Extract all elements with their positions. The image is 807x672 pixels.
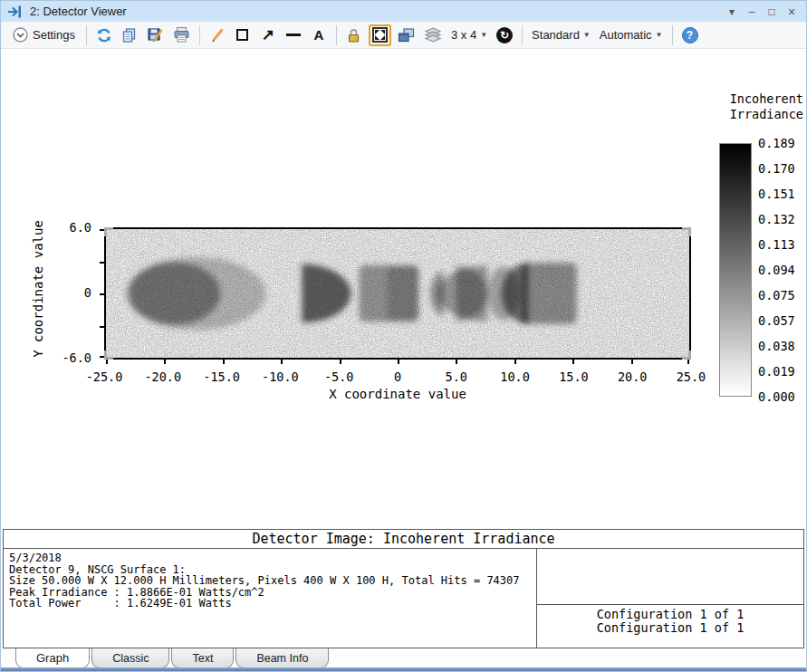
separator	[336, 25, 337, 45]
frame-corner	[104, 350, 113, 360]
detector-info-text: 5/3/2018Detector 9, NSCG Surface 1:Size …	[4, 549, 536, 648]
arrow-tool-button[interactable]: ↗	[257, 24, 279, 46]
pencil-icon	[209, 27, 226, 43]
separator	[199, 25, 200, 45]
x-tick-mark	[398, 360, 399, 364]
rectangle-tool-button[interactable]	[232, 24, 254, 46]
x-tick-label: -15.0	[193, 370, 251, 384]
fit-window-button[interactable]	[369, 24, 391, 46]
tab-beam-info[interactable]: Beam Info	[235, 648, 329, 668]
colorbar-gradient	[719, 143, 752, 397]
tab-bar: GraphClassicTextBeam Info	[1, 648, 806, 672]
configuration-line: Configuration 1 of 1	[537, 608, 803, 621]
grid-size-label: 3 x 4	[451, 28, 476, 42]
caret-down-icon: ▼	[656, 31, 663, 39]
automatic-dropdown[interactable]: Automatic ▼	[595, 28, 668, 42]
separator	[522, 25, 523, 45]
standard-label: Standard	[532, 28, 580, 42]
x-tick-mark	[223, 360, 225, 364]
lock-button[interactable]	[343, 24, 365, 46]
info-line: Total Power : 1.6249E-01 Watts	[9, 598, 531, 610]
y-tick-mark	[100, 356, 104, 358]
colorbar-tick-label: 0.094	[758, 263, 803, 277]
colorbar-tick-label: 0.189	[758, 136, 803, 150]
window-menu-button[interactable]: ▾	[723, 3, 741, 21]
x-tick-mark	[514, 360, 516, 364]
close-button[interactable]: ×	[783, 3, 801, 21]
plot-area: Incoherent Irradiance 0.1890.1700.1510.1…	[1, 49, 807, 529]
maximize-button[interactable]: □	[763, 3, 781, 21]
tab-classic[interactable]: Classic	[91, 648, 169, 668]
x-tick-mark	[572, 360, 574, 364]
lock-icon	[346, 27, 361, 43]
print-button[interactable]	[170, 24, 193, 46]
colorbar-tick-label: 0.170	[758, 161, 803, 176]
auto-update-button[interactable]: ↻	[494, 24, 515, 46]
help-button[interactable]: ?	[679, 24, 701, 46]
frame-corner	[682, 227, 691, 236]
layers-icon	[424, 27, 442, 43]
grid-size-dropdown[interactable]: 3 x 4 ▼	[447, 28, 492, 42]
configuration-line: Configuration 1 of 1	[537, 621, 803, 635]
x-tick-label: -20.0	[134, 370, 192, 384]
detector-image	[106, 229, 689, 358]
x-tick-mark	[106, 360, 108, 364]
line-tool-button[interactable]	[283, 24, 304, 46]
info-right-cell: Configuration 1 of 1Configuration 1 of 1	[536, 549, 803, 648]
x-tick-label: 5.0	[428, 370, 485, 384]
rectangle-icon	[236, 29, 248, 41]
colorbar-tick-label: 0.019	[758, 364, 803, 379]
refresh-icon	[96, 27, 112, 43]
refresh-button[interactable]	[93, 24, 115, 46]
info-line: Size 50.000 W X 12.000 H Millimeters, Pi…	[9, 575, 531, 587]
colorbar-tick-label: 0.075	[758, 288, 803, 302]
info-right-empty-cell	[537, 549, 803, 605]
x-tick-label: 25.0	[662, 370, 720, 384]
x-tick-label: 0	[369, 370, 427, 384]
window-bottom-strip	[1, 667, 806, 672]
detector-viewer-window: 2: Detector Viewer ▾ – □ × Settings	[0, 0, 807, 672]
window-title: 2: Detector Viewer	[30, 5, 127, 18]
arrow-icon: ↗	[262, 27, 274, 43]
info-panel: Detector Image: Incoherent Irradiance 5/…	[3, 529, 804, 648]
fit-window-icon	[372, 27, 388, 43]
x-tick-label: -5.0	[310, 370, 368, 384]
help-icon: ?	[682, 27, 698, 43]
save-button[interactable]	[144, 24, 167, 46]
x-tick-label: 10.0	[486, 370, 544, 384]
x-tick-label: -10.0	[251, 370, 309, 384]
copy-button[interactable]	[119, 24, 140, 46]
tab-text[interactable]: Text	[171, 648, 234, 668]
info-line: 5/3/2018	[9, 552, 531, 564]
x-tick-mark	[456, 360, 457, 364]
colorbar-title-line1: Incoherent	[689, 91, 803, 107]
colorbar-tick-label: 0.038	[758, 339, 803, 353]
minimize-button[interactable]: –	[743, 3, 761, 21]
pencil-tool-button[interactable]	[207, 24, 228, 46]
frame-corner	[682, 350, 691, 360]
x-tick-label: -25.0	[75, 370, 133, 384]
x-tick-mark	[631, 360, 633, 364]
chevron-down-circle-icon	[13, 27, 28, 43]
windows-icon	[398, 27, 415, 43]
y-tick-mark	[100, 229, 104, 231]
colorbar-title-line2: Irradiance	[689, 107, 803, 122]
detector-image-title: Detector Image: Incoherent Irradiance	[4, 530, 803, 549]
y-tick-label: -6.0	[37, 350, 91, 365]
tab-graph[interactable]: Graph	[15, 648, 90, 668]
active-window-button[interactable]	[395, 24, 418, 46]
toolbar: Settings	[1, 22, 806, 49]
layers-button[interactable]	[421, 24, 445, 46]
x-tick-mark	[340, 360, 341, 364]
colorbar-tick-label: 0.000	[758, 389, 803, 404]
y-tick-label: 6.0	[37, 220, 91, 235]
copy-icon	[121, 27, 138, 43]
separator	[86, 25, 87, 45]
text-tool-button[interactable]: A	[308, 24, 330, 46]
standard-dropdown[interactable]: Standard ▼	[527, 28, 595, 42]
configuration-text: Configuration 1 of 1Configuration 1 of 1	[537, 605, 803, 635]
caret-down-icon: ▼	[480, 31, 487, 39]
title-bar: 2: Detector Viewer ▾ – □ ×	[1, 1, 806, 22]
y-tick-mark	[100, 262, 104, 264]
settings-button[interactable]: Settings	[8, 24, 80, 46]
